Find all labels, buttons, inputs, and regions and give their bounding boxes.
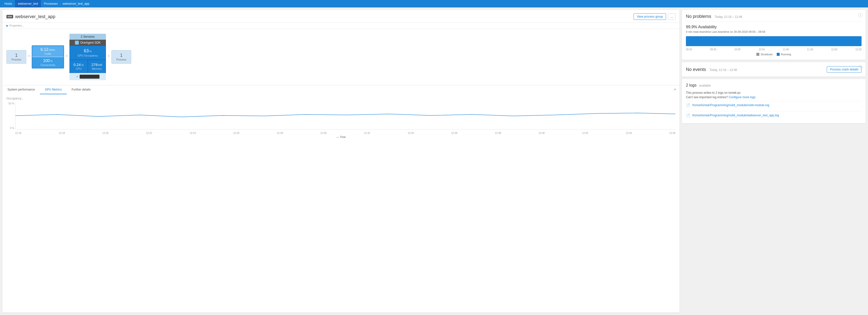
legend-running-label: Running xyxy=(781,53,791,56)
tabs-bar: System performance GPU Metrics Further d… xyxy=(2,85,679,94)
gpu-tile[interactable]: 63 % GPU Occupancy xyxy=(69,45,106,60)
cpu-label: CPU xyxy=(73,67,84,70)
logs-configure-text: Can't see important log entries? xyxy=(686,95,728,99)
breadcrumb: Hosts › webserver_test › Processes › web… xyxy=(0,0,868,7)
avail-time-1030: 10:30 xyxy=(758,48,765,51)
flow-diagram: 1 Process › 6.12 kbit/s Traffic 100 xyxy=(2,29,679,85)
chart-y-0: 0 % xyxy=(10,127,14,129)
events-header: No events Today, 12:16 – 12:46 Process c… xyxy=(686,66,862,73)
info-icon-events[interactable]: i xyxy=(858,65,863,70)
log-path-2[interactable]: /home/tomek/Programming/nvbit_module/web… xyxy=(692,114,779,117)
log-file-icon-1: 📄 xyxy=(686,103,690,107)
memory-label: Memory xyxy=(92,67,102,70)
process-crash-details-button[interactable]: Process crash details xyxy=(827,66,862,73)
chart-total-label: — Total xyxy=(6,135,676,138)
flow-arrow-3: › xyxy=(106,53,112,58)
chart-x-1236: 12:36 xyxy=(451,132,458,134)
services-box: 2 Services ⬡ OneAgent SDK 63 % GPU Occu xyxy=(69,34,106,80)
external-link-bar xyxy=(80,75,99,78)
gpu-unit: % xyxy=(89,50,92,53)
chart-y-axis: 50 % 0 % xyxy=(6,102,15,129)
right-process-count: 1 xyxy=(116,53,127,58)
traffic-tile: 6.12 kbit/s Traffic xyxy=(32,46,63,57)
availability-title: 99.9% Availability xyxy=(686,25,862,29)
avail-time-0900: 09:00 xyxy=(686,48,692,51)
avail-legend: Shutdown Running xyxy=(686,53,862,56)
availability-chart xyxy=(686,36,862,46)
breadcrumb-group[interactable]: webserver_test xyxy=(15,0,41,7)
more-options-button[interactable]: ... xyxy=(668,13,676,20)
tab-system-performance[interactable]: System performance xyxy=(2,85,40,94)
header-actions: View process group ... xyxy=(633,13,676,20)
view-process-group-button[interactable]: View process group xyxy=(633,13,666,20)
chart-x-1238: 12:38 xyxy=(495,132,501,134)
oneagent-box: ⬡ OneAgent SDK xyxy=(69,40,106,45)
legend-shutdown-dot xyxy=(756,53,760,56)
chart-y-50: 50 % xyxy=(8,102,14,105)
properties-bar[interactable]: ▶ Properties... xyxy=(2,22,679,29)
avail-time-1100: 11:00 xyxy=(783,48,789,51)
flow-arrow-2: › xyxy=(64,53,69,58)
info-icon-problems[interactable]: i xyxy=(858,13,863,18)
configure-more-logs-link[interactable]: Configure more logs xyxy=(728,95,755,99)
properties-label: Properties... xyxy=(9,24,24,27)
panel-title: SDK webserver_test_app xyxy=(6,14,55,19)
no-problems-header: No problems Today, 12:16 – 12:46 xyxy=(686,14,862,19)
properties-arrow-icon: ▶ xyxy=(6,24,8,27)
main-layout: SDK webserver_test_app View process grou… xyxy=(0,7,868,315)
memory-unit: MB xyxy=(98,63,102,66)
traffic-connectivity-box[interactable]: 6.12 kbit/s Traffic 100 % Connectivity xyxy=(32,45,64,68)
right-panel: i No problems Today, 12:16 – 12:46 99.9%… xyxy=(682,10,866,313)
breadcrumb-hosts[interactable]: Hosts xyxy=(2,0,14,7)
chart-x-1228: 12:28 xyxy=(277,132,283,134)
avail-time-1230: 12:30 xyxy=(855,48,862,51)
cpu-tile[interactable]: 0.24 % CPU xyxy=(69,60,88,73)
connectivity-unit: % xyxy=(50,60,53,63)
gpu-value: 63 xyxy=(84,49,89,54)
log-path-1[interactable]: /home/tomek/Programming/nvbit_module/nvb… xyxy=(692,103,769,107)
gpu-label: GPU Occupancy xyxy=(73,54,102,57)
chart-x-1232: 12:32 xyxy=(364,132,370,134)
external-link-row[interactable]: ↗ xyxy=(69,73,106,80)
logs-card: 2 logs available This process writes to … xyxy=(682,79,866,123)
chart-x-1218: 12:18 xyxy=(59,132,65,134)
avail-time-labels: 09:00 09:30 10:00 10:30 11:00 11:30 12:0… xyxy=(686,48,862,51)
right-process-box[interactable]: 1 Process xyxy=(112,50,131,64)
services-header: 2 Services xyxy=(69,34,106,40)
page-title: webserver_test_app xyxy=(15,14,55,19)
breadcrumb-processes[interactable]: Processes xyxy=(42,0,60,7)
avail-time-1200: 12:00 xyxy=(831,48,837,51)
no-events-title: No events xyxy=(686,67,706,72)
memory-value: 278 xyxy=(92,63,98,67)
left-process-box[interactable]: 1 Process xyxy=(6,50,26,64)
left-process-count: 1 xyxy=(11,53,22,58)
log-entry-2: 📄 /home/tomek/Programming/nvbit_module/w… xyxy=(686,111,862,119)
logs-header: 2 logs available xyxy=(686,83,862,89)
panel-header: SDK webserver_test_app View process grou… xyxy=(2,10,679,22)
left-process-node: 1 Process xyxy=(6,50,26,64)
no-problems-title: No problems xyxy=(686,14,711,19)
chart-label: Occupancy... xyxy=(6,97,676,100)
tab-gpu-metrics[interactable]: GPU Metrics xyxy=(40,85,67,94)
tab-external-link[interactable]: ↗ xyxy=(670,85,679,94)
chart-x-1246: 12:46 xyxy=(669,132,676,134)
chart-x-1242: 12:42 xyxy=(582,132,588,134)
no-problems-card: i No problems Today, 12:16 – 12:46 99.9%… xyxy=(682,10,866,60)
avail-time-1000: 10:00 xyxy=(734,48,741,51)
left-process-label: Process xyxy=(11,58,22,61)
log-entry-1: 📄 /home/tomek/Programming/nvbit_module/n… xyxy=(686,101,862,109)
breadcrumb-current: webserver_test_app xyxy=(61,0,91,7)
sdk-badge: SDK xyxy=(6,15,13,18)
metrics-grid: 63 % GPU Occupancy 0.24 % CPU xyxy=(69,45,106,73)
chart-x-labels: 12:16 12:18 12:20 12:22 12:24 12:26 12:2… xyxy=(15,132,676,134)
no-problems-time: Today, 12:16 – 12:46 xyxy=(715,15,742,19)
chart-x-1226: 12:26 xyxy=(233,132,239,134)
tab-further-details[interactable]: Further details xyxy=(67,85,96,94)
logs-configure-row: Can't see important log entries? Configu… xyxy=(686,95,862,99)
oneagent-label: OneAgent SDK xyxy=(81,41,101,44)
right-process-label: Process xyxy=(116,58,127,61)
memory-tile[interactable]: 278 MB Memory xyxy=(88,60,106,73)
traffic-label: Traffic xyxy=(35,52,61,55)
logs-available: available xyxy=(699,84,711,87)
connectivity-tile: 100 % Connectivity xyxy=(32,57,63,68)
